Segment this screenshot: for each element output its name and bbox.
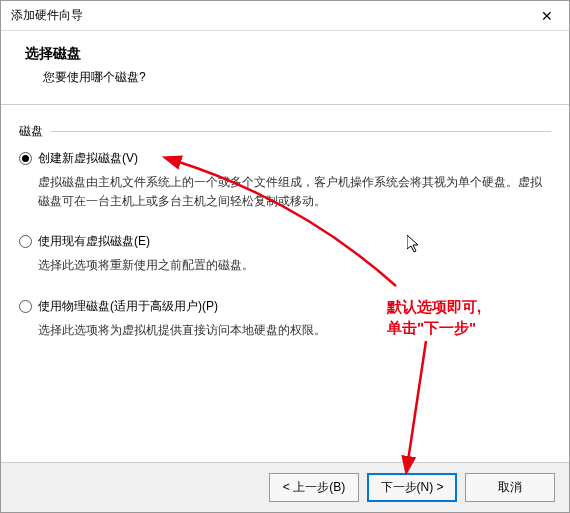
radio-icon: [19, 300, 32, 313]
fieldset-label: 磁盘: [19, 124, 43, 138]
divider: [51, 131, 551, 132]
option-label: 使用现有虚拟磁盘(E): [38, 233, 150, 250]
radio-icon: [19, 235, 32, 248]
back-button[interactable]: < 上一步(B): [269, 473, 359, 502]
radio-existing-disk[interactable]: 使用现有虚拟磁盘(E): [19, 233, 551, 250]
option-label: 使用物理磁盘(适用于高级用户)(P): [38, 298, 218, 315]
option-description: 选择此选项将重新使用之前配置的磁盘。: [38, 256, 551, 275]
radio-icon: [19, 152, 32, 165]
option-label: 创建新虚拟磁盘(V): [38, 150, 138, 167]
window-title: 添加硬件向导: [11, 7, 83, 24]
radio-create-disk[interactable]: 创建新虚拟磁盘(V): [19, 150, 551, 167]
page-subtitle: 您要使用哪个磁盘?: [43, 69, 545, 86]
annotation-text: 默认选项即可,单击"下一步": [387, 296, 481, 338]
page-title: 选择磁盘: [25, 45, 545, 63]
cursor-icon: [407, 235, 423, 255]
close-icon[interactable]: ✕: [535, 8, 559, 24]
cancel-button[interactable]: 取消: [465, 473, 555, 502]
next-button[interactable]: 下一步(N) >: [367, 473, 457, 502]
option-description: 虚拟磁盘由主机文件系统上的一个或多个文件组成，客户机操作系统会将其视为单个硬盘。…: [38, 173, 551, 211]
